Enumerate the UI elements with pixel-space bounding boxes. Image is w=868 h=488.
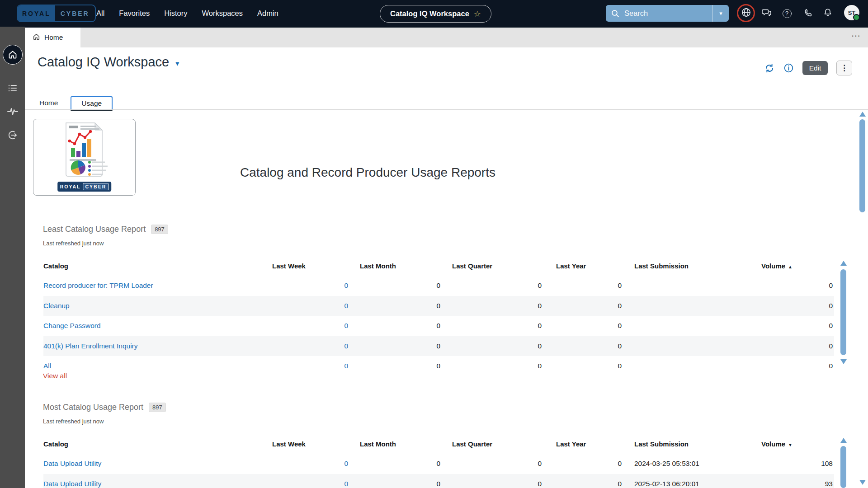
most-table-body: Data Upload Utility 0 0 0 0 2024-03-25 0…: [43, 454, 834, 488]
globe-icon: [741, 7, 751, 19]
report-thumbnail-card[interactable]: ROYAL CYBER: [33, 119, 136, 196]
tab-overflow-icon[interactable]: ⋯: [851, 30, 860, 41]
col-volume[interactable]: Volume▲: [761, 262, 834, 270]
sidebar-logout-button[interactable]: [0, 125, 25, 147]
catalog-link[interactable]: 401(k) Plan Enrollment Inquiry: [43, 342, 138, 350]
logo-text-cyber: CYBER: [55, 10, 95, 17]
app-window: ROYAL CYBER All Favorites History Worksp…: [0, 0, 868, 488]
workspace-pill[interactable]: Catalog IQ Workspace ☆: [380, 5, 491, 23]
least-table-scroll-up-arrow[interactable]: [840, 261, 847, 266]
nav-item-all[interactable]: All: [96, 9, 104, 18]
kebab-menu-button[interactable]: ⋮: [836, 61, 852, 75]
catalog-link[interactable]: Cleanup: [43, 302, 70, 310]
last-week-link[interactable]: 0: [344, 480, 348, 488]
col-last-submission[interactable]: Last Submission: [634, 440, 761, 448]
least-table-body: Record producer for: TPRM Loader 0 0 0 0…: [43, 276, 834, 371]
browser-tab-strip: Home ⋯: [25, 27, 868, 47]
chat-button[interactable]: [761, 8, 772, 19]
col-last-month[interactable]: Last Month: [360, 262, 452, 270]
search-icon: [611, 9, 619, 18]
tab-home-page[interactable]: Home: [33, 96, 64, 110]
royal-cyber-logo[interactable]: ROYAL CYBER: [17, 5, 96, 22]
table-row: All 0 0 0 0 0: [43, 356, 834, 371]
help-button[interactable]: ?: [782, 8, 792, 19]
favorite-star-icon[interactable]: ☆: [474, 10, 481, 18]
top-nav-bar: ROYAL CYBER All Favorites History Worksp…: [0, 0, 868, 27]
tab-home[interactable]: Home: [25, 28, 80, 47]
last-week-link[interactable]: 0: [344, 362, 348, 370]
col-volume[interactable]: Volume▼: [761, 440, 834, 448]
pulse-icon: [7, 106, 19, 119]
least-table-scrollbar-thumb[interactable]: [840, 269, 846, 355]
col-last-quarter[interactable]: Last Quarter: [452, 440, 556, 448]
edit-button[interactable]: Edit: [802, 61, 828, 75]
col-last-quarter[interactable]: Last Quarter: [452, 262, 556, 270]
least-table-header: Catalog Last Week Last Month Last Quarte…: [43, 260, 834, 272]
last-week-link[interactable]: 0: [344, 302, 348, 310]
logout-icon: [7, 130, 18, 142]
catalog-link[interactable]: All: [43, 362, 51, 370]
col-last-week[interactable]: Last Week: [272, 262, 360, 270]
nav-item-workspaces[interactable]: Workspaces: [202, 9, 243, 18]
sidebar-list-button[interactable]: [0, 78, 25, 100]
col-catalog[interactable]: Catalog: [43, 440, 272, 448]
nav-menu: All Favorites History Workspaces Admin: [96, 0, 278, 27]
most-table-header: Catalog Last Week Last Month Last Quarte…: [43, 438, 834, 450]
bell-icon: [823, 8, 833, 19]
view-all-link[interactable]: View all: [43, 372, 67, 380]
table-row: Data Upload Utility 0 0 0 0 2025-02-13 0…: [43, 474, 834, 488]
list-icon: [7, 83, 18, 95]
nav-item-admin[interactable]: Admin: [257, 9, 278, 18]
col-last-month[interactable]: Last Month: [360, 440, 452, 448]
page-scroll-up-arrow[interactable]: [859, 112, 866, 117]
hero-heading: Catalog and Record Producer Usage Report…: [240, 165, 495, 180]
phone-button[interactable]: [802, 8, 813, 19]
page-scroll-down-arrow[interactable]: [859, 480, 866, 485]
sidebar-home-button[interactable]: [0, 44, 25, 66]
sidebar-activity-button[interactable]: [0, 102, 25, 123]
search-scope-caret-icon[interactable]: ▾: [713, 10, 729, 17]
badge-text-cyber: CYBER: [83, 183, 109, 190]
catalog-link[interactable]: Data Upload Utility: [43, 480, 101, 488]
workspace-pill-label: Catalog IQ Workspace: [390, 9, 469, 18]
least-report-refreshed-text: Last refreshed just now: [43, 240, 104, 247]
last-week-link[interactable]: 0: [344, 342, 348, 350]
refresh-button[interactable]: [764, 63, 775, 74]
most-table-scroll-up-arrow[interactable]: [840, 438, 847, 443]
presence-status-dot: [853, 14, 860, 21]
col-catalog[interactable]: Catalog: [43, 262, 272, 270]
page-title: Catalog IQ Workspace: [38, 55, 169, 70]
catalog-link[interactable]: Change Password: [43, 322, 101, 329]
nav-item-history[interactable]: History: [164, 9, 187, 18]
most-report-count-badge: 897: [149, 403, 166, 412]
col-last-year[interactable]: Last Year: [556, 440, 634, 448]
last-week-link[interactable]: 0: [344, 282, 348, 289]
title-dropdown-caret-icon[interactable]: ▾: [175, 56, 179, 68]
most-report-refreshed-text: Last refreshed just now: [43, 418, 104, 425]
info-button[interactable]: [783, 63, 794, 73]
user-avatar[interactable]: ST: [844, 5, 859, 20]
least-table-scroll-down-arrow[interactable]: [840, 359, 847, 364]
nav-item-favorites[interactable]: Favorites: [119, 9, 150, 18]
tabs-divider: [25, 109, 868, 110]
col-last-submission[interactable]: Last Submission: [634, 262, 761, 270]
col-last-year[interactable]: Last Year: [556, 262, 634, 270]
globe-button-highlight-ring[interactable]: [737, 4, 755, 22]
help-icon: ?: [783, 9, 792, 18]
home-tab-icon: [33, 33, 40, 42]
notifications-button[interactable]: [822, 8, 833, 19]
catalog-link[interactable]: Data Upload Utility: [43, 460, 101, 467]
most-table-scrollbar-thumb[interactable]: [840, 446, 846, 488]
search-input[interactable]: [623, 9, 712, 18]
page-scrollbar-thumb[interactable]: [859, 119, 865, 212]
last-week-link[interactable]: 0: [344, 460, 348, 467]
badge-text-royal: ROYAL: [60, 184, 81, 189]
col-last-week[interactable]: Last Week: [272, 440, 360, 448]
least-report-count-badge: 897: [151, 225, 168, 234]
chat-icon: [761, 7, 772, 19]
global-search: ▾: [606, 5, 729, 22]
left-sidebar: [0, 27, 25, 488]
catalog-link[interactable]: Record producer for: TPRM Loader: [43, 282, 153, 289]
last-week-link[interactable]: 0: [344, 322, 348, 329]
tab-usage[interactable]: Usage: [71, 96, 113, 110]
